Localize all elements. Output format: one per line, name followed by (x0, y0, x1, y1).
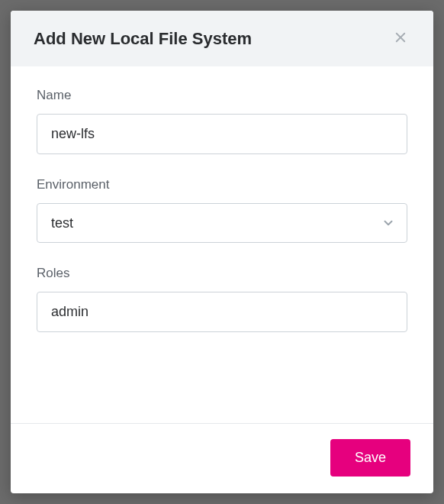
environment-select[interactable]: test (37, 203, 407, 243)
add-local-file-system-modal: Add New Local File System Name Environme… (11, 11, 433, 493)
form-group-name: Name (37, 88, 407, 154)
save-button[interactable]: Save (330, 439, 410, 477)
roles-label: Roles (37, 266, 407, 281)
modal-body: Name Environment test Roles (11, 66, 433, 423)
close-button[interactable] (391, 27, 410, 50)
environment-label: Environment (37, 177, 407, 192)
form-group-environment: Environment test (37, 177, 407, 243)
modal-header: Add New Local File System (11, 11, 433, 66)
form-group-roles: Roles (37, 266, 407, 332)
modal-footer: Save (11, 423, 433, 493)
name-input[interactable] (37, 114, 407, 154)
roles-input[interactable] (37, 292, 407, 332)
modal-title: Add New Local File System (34, 29, 252, 49)
environment-select-wrapper: test (37, 203, 407, 243)
close-icon (394, 31, 407, 47)
name-label: Name (37, 88, 407, 103)
